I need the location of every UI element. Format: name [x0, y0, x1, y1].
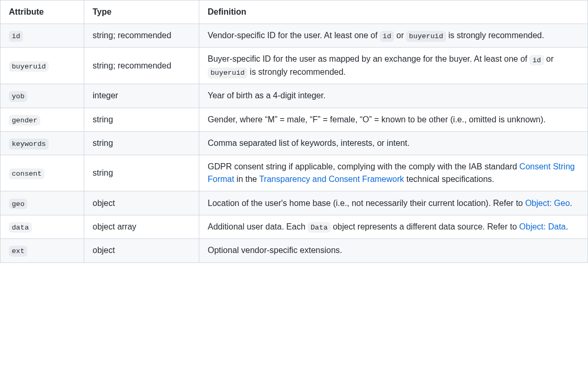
- attr-code: buyeruid: [9, 61, 49, 72]
- table-row: buyeruid string; recommended Buyer-speci…: [1, 48, 588, 84]
- header-attribute: Attribute: [1, 1, 84, 24]
- attr-code: ext: [9, 246, 27, 256]
- cell-definition: Gender, where “M” = male, “F” = female, …: [199, 108, 588, 131]
- link-transparency-consent-framework[interactable]: Transparency and Consent Framework: [259, 175, 404, 183]
- cell-definition: Comma separated list of keywords, intere…: [199, 131, 588, 155]
- table-row: data object array Additional user data. …: [1, 215, 588, 238]
- link-object-data[interactable]: Object: Data: [519, 222, 566, 231]
- cell-definition: Optional vendor-specific extensions.: [199, 239, 588, 262]
- attributes-table: Attribute Type Definition id string; rec…: [0, 0, 588, 263]
- table-row: consent string GDPR consent string if ap…: [1, 155, 588, 191]
- cell-type: string: [84, 155, 199, 191]
- attr-code: gender: [9, 115, 40, 125]
- cell-attribute: buyeruid: [1, 48, 84, 84]
- table-row: gender string Gender, where “M” = male, …: [1, 108, 588, 131]
- attr-code: keywords: [9, 139, 49, 149]
- cell-type: integer: [84, 84, 199, 108]
- table-header-row: Attribute Type Definition: [1, 1, 588, 24]
- cell-attribute: yob: [1, 84, 84, 108]
- cell-attribute: data: [1, 215, 84, 238]
- cell-type: string: [84, 131, 199, 155]
- table-row: keywords string Comma separated list of …: [1, 131, 588, 155]
- table-row: id string; recommended Vendor-specific I…: [1, 24, 588, 48]
- attr-code: consent: [9, 168, 44, 179]
- attr-code: data: [9, 222, 32, 233]
- cell-attribute: ext: [1, 239, 84, 262]
- cell-attribute: keywords: [1, 131, 84, 155]
- attr-code: id: [9, 31, 23, 41]
- attr-code: yob: [9, 91, 27, 101]
- attr-code: geo: [9, 199, 27, 209]
- inline-code: buyeruid: [406, 31, 446, 41]
- cell-definition: Vendor-specific ID for the user. At leas…: [199, 24, 588, 48]
- inline-code: Data: [308, 222, 331, 233]
- table-row: geo object Location of the user's home b…: [1, 191, 588, 215]
- header-type: Type: [84, 1, 199, 24]
- cell-attribute: gender: [1, 108, 84, 131]
- cell-type: string; recommended: [84, 48, 199, 84]
- table-row: ext object Optional vendor-specific exte…: [1, 239, 588, 262]
- cell-attribute: consent: [1, 155, 84, 191]
- cell-definition: GDPR consent string if applicable, compl…: [199, 155, 588, 191]
- cell-type: object: [84, 191, 199, 215]
- cell-type: string: [84, 108, 199, 131]
- link-object-geo[interactable]: Object: Geo: [525, 199, 570, 208]
- cell-definition: Buyer-specific ID for the user as mapped…: [199, 48, 588, 84]
- cell-type: object: [84, 239, 199, 262]
- cell-attribute: id: [1, 24, 84, 48]
- inline-code: id: [380, 31, 394, 41]
- cell-attribute: geo: [1, 191, 84, 215]
- cell-definition: Year of birth as a 4-digit integer.: [199, 84, 588, 108]
- table-row: yob integer Year of birth as a 4-digit i…: [1, 84, 588, 108]
- header-definition: Definition: [199, 1, 588, 24]
- cell-definition: Additional user data. Each Data object r…: [199, 215, 588, 238]
- cell-definition: Location of the user's home base (i.e., …: [199, 191, 588, 215]
- inline-code: id: [529, 55, 544, 65]
- inline-code: buyeruid: [208, 67, 247, 78]
- cell-type: string; recommended: [84, 24, 199, 48]
- cell-type: object array: [84, 215, 199, 238]
